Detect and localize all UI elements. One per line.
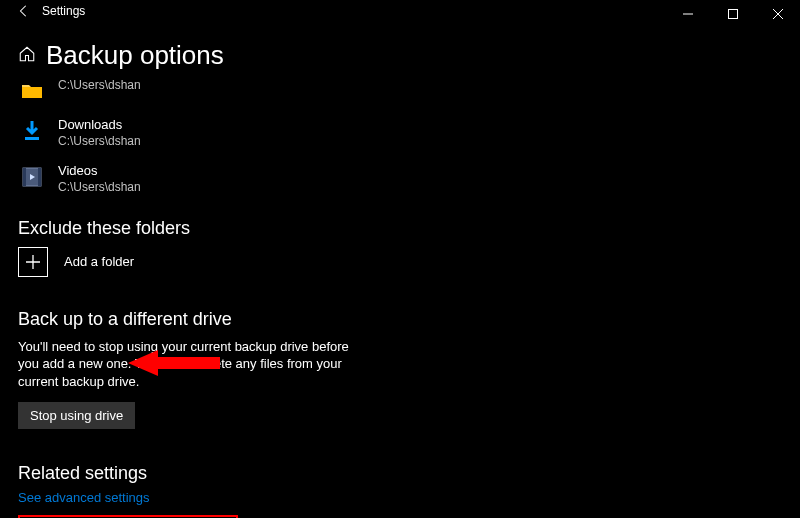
back-button[interactable] xyxy=(10,4,38,18)
add-folder-label: Add a folder xyxy=(64,254,134,269)
downloads-icon xyxy=(20,119,44,143)
see-advanced-settings-link[interactable]: See advanced settings xyxy=(18,488,150,509)
folder-path: C:\Users\dshan xyxy=(58,133,141,150)
svg-rect-2 xyxy=(22,87,42,98)
stop-using-drive-button[interactable]: Stop using drive xyxy=(18,402,135,429)
folder-path: C:\Users\dshan xyxy=(58,77,141,94)
backup-different-heading: Back up to a different drive xyxy=(18,309,800,330)
backup-folders-list: C:\Users\dshan Downloads C:\Users\dshan … xyxy=(18,75,800,206)
svg-rect-6 xyxy=(38,168,41,186)
folder-item[interactable]: Videos C:\Users\dshan xyxy=(18,159,800,205)
plus-icon xyxy=(18,247,48,277)
folder-icon xyxy=(20,79,44,103)
exclude-heading: Exclude these folders xyxy=(18,218,800,239)
folder-name: Videos xyxy=(58,163,141,179)
folder-item[interactable]: C:\Users\dshan xyxy=(18,75,800,113)
folder-path: C:\Users\dshan xyxy=(58,179,141,196)
page-title: Backup options xyxy=(46,40,224,71)
maximize-button[interactable] xyxy=(710,0,755,28)
backup-different-body: You'll need to stop using your current b… xyxy=(18,338,358,391)
close-button[interactable] xyxy=(755,0,800,28)
home-icon[interactable] xyxy=(18,45,36,66)
svg-rect-1 xyxy=(728,10,737,19)
svg-rect-5 xyxy=(23,168,26,186)
folder-item[interactable]: Downloads C:\Users\dshan xyxy=(18,113,800,159)
add-folder-button[interactable]: Add a folder xyxy=(18,247,800,277)
videos-icon xyxy=(20,165,44,189)
svg-rect-3 xyxy=(25,137,39,140)
title-bar: Settings xyxy=(0,0,800,30)
app-title: Settings xyxy=(42,4,85,18)
folder-name: Downloads xyxy=(58,117,141,133)
related-settings-heading: Related settings xyxy=(18,463,800,484)
minimize-button[interactable] xyxy=(665,0,710,28)
